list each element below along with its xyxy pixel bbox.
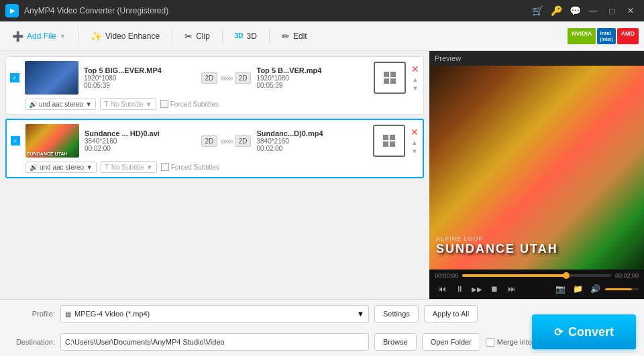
file-list: ✓ Top 5 BIG...EVER.MP4 1920*1080 00:05:3…: [0, 51, 429, 299]
apply-to-all-button[interactable]: Apply to All: [424, 305, 478, 322]
move-down-2[interactable]: ▼: [411, 147, 418, 155]
dest-label: Destination:: [8, 338, 55, 346]
app-title: AnyMP4 Video Converter (Unregistered): [24, 6, 168, 15]
audio-icon-2: 🔊: [30, 164, 38, 171]
input-dim-badge-1: 2D: [201, 72, 218, 84]
file-name-2: Sundance ... HD)0.avi: [85, 129, 196, 137]
edit-button[interactable]: ✏ Edit: [275, 27, 314, 45]
file-thumb-2: SUNDANCE UTAH: [25, 124, 79, 158]
output-duration-2: 00:02:00: [256, 145, 368, 152]
time-end: 00:02:00: [615, 272, 639, 279]
merge-checkbox[interactable]: [486, 338, 494, 347]
open-folder-button[interactable]: Open Folder: [422, 333, 480, 351]
audio-value-2: und aac stereo: [40, 164, 84, 171]
overlay-big: SUNDANCE UTAH: [436, 242, 558, 256]
fast-forward-btn[interactable]: ▶▶: [470, 282, 484, 296]
audio-select-1[interactable]: 🔊 und aac stereo ▼: [25, 99, 96, 110]
prev-btn[interactable]: ⏮: [435, 282, 449, 296]
preview-label: Preview: [429, 51, 644, 66]
clip-icon: ✂: [184, 31, 193, 42]
player-btns: ⏮ ⏸ ▶▶ ⏹ ⏭ 📷 📁 🔊: [435, 282, 639, 296]
file-meta-2: 3840*2160: [85, 137, 196, 145]
output-meta-2: 3840*2160: [256, 137, 368, 145]
screenshot-btn[interactable]: 📷: [553, 282, 568, 296]
profile-label: Profile:: [8, 310, 55, 318]
edit-icon: ✏: [282, 31, 290, 42]
intel-badge: Intel(intel): [597, 28, 615, 44]
key-icon[interactable]: 🔑: [549, 3, 564, 18]
file-thumb-1: [25, 61, 78, 95]
move-up-2[interactable]: ▲: [411, 139, 418, 146]
amd-badge: AMD: [617, 28, 639, 44]
dest-input[interactable]: [60, 333, 369, 351]
profile-select[interactable]: ▦ MPEG-4 Video (*.mp4) ▼: [60, 305, 369, 322]
file-meta-1: 1920*1080: [84, 74, 196, 82]
output-meta-1: 1920*1080: [256, 74, 368, 82]
enhance-icon: ✨: [91, 31, 102, 42]
main-area: ✓ Top 5 BIG...EVER.MP4 1920*1080 00:05:3…: [0, 51, 644, 299]
audio-select-2[interactable]: 🔊 und aac stereo ▼: [25, 162, 97, 173]
progress-fill: [462, 274, 566, 277]
move-up-1[interactable]: ▲: [412, 76, 419, 83]
stop-btn[interactable]: ⏹: [487, 282, 502, 296]
format-icon-2[interactable]: [373, 125, 405, 157]
audio-value-1: und aac stereo: [39, 101, 83, 108]
toolbar: ➕ Add File ▼ ✨ Video Enhance ✂ Clip 3D 3…: [0, 21, 644, 51]
subtitle-select-2[interactable]: T No Subtitle ▼: [101, 161, 157, 173]
settings-button[interactable]: Settings: [374, 305, 419, 322]
output-name-2: Sundanc...D)0.mp4: [256, 129, 368, 137]
toolbar-sep-4: [269, 28, 270, 44]
profile-value: MPEG-4 Video (*.mp4): [74, 310, 150, 318]
volume-fill: [605, 288, 632, 290]
output-info-1: Top 5 B...VER.mp4 1920*1080 00:05:39: [256, 66, 368, 89]
output-info-2: Sundanc...D)0.mp4 3840*2160 00:02:00: [256, 129, 368, 152]
remove-btn-2[interactable]: ✕: [411, 127, 419, 137]
close-button[interactable]: ✕: [623, 4, 639, 17]
file-checkbox-2[interactable]: ✓: [11, 136, 20, 145]
clip-button[interactable]: ✂ Clip: [178, 27, 217, 45]
forced-checkbox-2[interactable]: [161, 163, 169, 171]
player-controls: 00:00:00 00:02:00 ⏮ ⏸ ▶▶ ⏹ ⏭ 📷 📁: [429, 270, 644, 299]
minimize-button[interactable]: —: [585, 4, 601, 17]
3d-button[interactable]: 3D 3D: [228, 28, 264, 44]
format-icon-1[interactable]: [374, 62, 406, 94]
volume-track[interactable]: [605, 288, 639, 290]
forced-sub-1[interactable]: Forced Subtitles: [160, 100, 219, 108]
file-duration-1: 00:05:39: [84, 82, 196, 89]
arrow-section-1: 2D »»» 2D: [201, 72, 252, 84]
subtitle-value-1: No Subtitle: [111, 101, 144, 108]
open-folder-btn[interactable]: 📁: [570, 282, 585, 296]
play-pause-btn[interactable]: ⏸: [452, 282, 467, 296]
subtitle-select-1[interactable]: T No Subtitle ▼: [100, 98, 156, 110]
add-file-icon: ➕: [12, 31, 23, 42]
progress-thumb: [563, 272, 570, 279]
preview-panel: Preview ALPINE LOOP SUNDANCE UTAH 00:00:…: [429, 51, 644, 299]
maximize-button[interactable]: □: [604, 4, 620, 17]
subtitle-icon-2: T: [105, 163, 109, 171]
volume-icon[interactable]: 🔊: [588, 282, 602, 296]
forced-checkbox-1[interactable]: [160, 100, 168, 108]
remove-btn-1[interactable]: ✕: [411, 64, 419, 74]
progress-track[interactable]: [462, 274, 611, 277]
toolbar-sep-3: [222, 28, 223, 44]
video-enhance-button[interactable]: ✨ Video Enhance: [84, 27, 166, 45]
cart-icon[interactable]: 🛒: [530, 3, 545, 18]
move-down-1[interactable]: ▼: [412, 84, 419, 92]
time-start: 00:00:00: [435, 272, 458, 279]
next-btn[interactable]: ⏭: [504, 282, 519, 296]
file-duration-2: 00:02:00: [85, 145, 196, 152]
file-checkbox-1[interactable]: ✓: [10, 73, 19, 82]
output-name-1: Top 5 B...VER.mp4: [256, 66, 368, 74]
3d-icon: 3D: [235, 32, 244, 40]
convert-button[interactable]: ⟳ Convert: [532, 314, 636, 349]
progress-bar-container: 00:00:00 00:02:00: [435, 272, 639, 279]
file-info-1: Top 5 BIG...EVER.MP4 1920*1080 00:05:39: [84, 66, 196, 89]
message-icon[interactable]: 💬: [568, 3, 582, 18]
convert-label: Convert: [568, 325, 614, 339]
app-icon: ▶: [5, 4, 19, 17]
preview-video: ALPINE LOOP SUNDANCE UTAH: [429, 66, 644, 270]
browse-button[interactable]: Browse: [374, 333, 417, 351]
forced-sub-2[interactable]: Forced Subtitles: [161, 163, 219, 171]
titlebar: ▶ AnyMP4 Video Converter (Unregistered) …: [0, 0, 644, 21]
add-file-button[interactable]: ➕ Add File ▼: [5, 27, 72, 45]
